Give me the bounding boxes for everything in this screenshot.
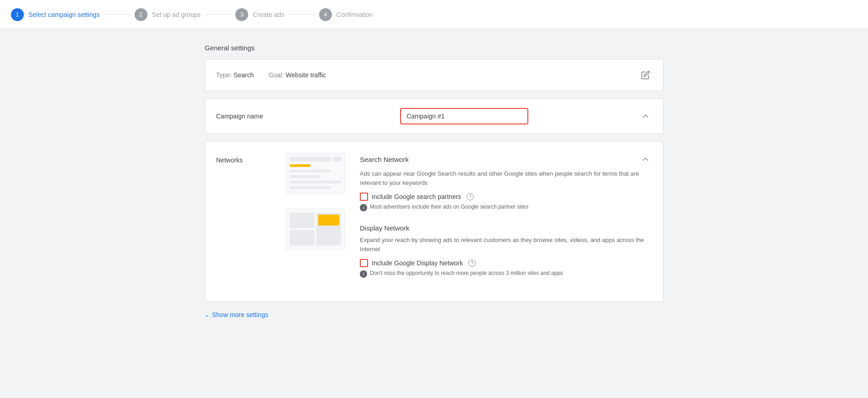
search-partners-help-icon[interactable]: ? [467, 193, 474, 200]
step-4[interactable]: 4 Confirmation [319, 8, 373, 21]
search-network-title: Search Network [360, 156, 409, 163]
networks-label: Networks [216, 153, 271, 164]
display-network-info-row: i Don't miss the opportunity to reach mo… [360, 270, 652, 278]
step-3-circle: 3 [235, 8, 248, 21]
display-info-icon: i [360, 270, 367, 278]
show-more-chevron-icon: ⌄ [205, 312, 209, 318]
campaign-name-input-wrap [400, 108, 528, 124]
connector-1 [103, 14, 131, 15]
step-1-circle: 1 [11, 8, 24, 21]
search-bar-shape [290, 157, 331, 161]
goal-label: Goal: [269, 71, 284, 79]
search-partners-label: Include Google search partners [372, 193, 461, 200]
type-goal-left: Type: Search Goal: Website traffic [216, 71, 326, 79]
search-btn-shape [333, 157, 341, 161]
networks-inner: Networks [205, 142, 663, 301]
display-network-checkbox[interactable] [360, 259, 368, 267]
display-network-name-row: Display Network [360, 224, 652, 232]
campaign-name-collapse-button[interactable] [639, 110, 652, 123]
connector-2 [204, 14, 232, 15]
display-network-help-icon[interactable]: ? [468, 259, 476, 267]
search-network-collapse-button[interactable] [639, 153, 652, 166]
illus-bar-4 [290, 186, 331, 189]
network-details: Search Network Ads can appear near Googl… [360, 153, 652, 290]
networks-card: Networks [205, 141, 663, 302]
step-4-label: Confirmation [336, 11, 373, 18]
goal-item: Goal: Website traffic [269, 71, 326, 79]
campaign-name-card: Campaign name [205, 98, 663, 134]
type-item: Type: Search [216, 71, 254, 79]
show-more-label: Show more settings [212, 311, 268, 318]
campaign-name-row: Campaign name [205, 99, 663, 134]
step-2-circle: 2 [135, 8, 147, 21]
type-goal-card: Type: Search Goal: Website traffic [205, 59, 663, 91]
display-network-info-text: Don't miss the opportunity to reach more… [370, 270, 563, 276]
illus-bar-yellow [290, 164, 310, 167]
search-network-info-text: Most advertisers include their ads on Go… [370, 204, 528, 210]
display-block-2 [316, 213, 341, 246]
display-block-1 [290, 213, 315, 228]
search-partners-checkbox-row: Include Google search partners ? [360, 193, 652, 201]
step-1-label: Select campaign settings [28, 11, 100, 18]
display-network-checkbox-row: Include Google Display Network ? [360, 259, 652, 267]
display-yellow-block [318, 215, 339, 226]
search-network-desc: Ads can appear near Google Search result… [360, 169, 652, 187]
campaign-name-label: Campaign name [216, 113, 289, 120]
illus-bar-1 [290, 170, 331, 172]
display-network-illustration [286, 209, 345, 250]
campaign-name-input[interactable] [400, 108, 528, 124]
search-info-icon: i [360, 204, 367, 211]
step-3[interactable]: 3 Create ads [235, 8, 284, 21]
illus-bar-3 [290, 181, 341, 183]
search-network-name-row: Search Network [360, 153, 652, 166]
display-network-section: Display Network Expand your reach by sho… [360, 224, 652, 278]
step-1[interactable]: 1 Select campaign settings [11, 8, 100, 21]
step-2[interactable]: 2 Set up ad groups [135, 8, 201, 21]
step-3-label: Create ads [253, 11, 284, 18]
type-goal-row: Type: Search Goal: Website traffic [205, 59, 663, 91]
search-partners-checkbox[interactable] [360, 193, 368, 201]
search-network-info-row: i Most advertisers include their ads on … [360, 204, 652, 211]
display-network-label: Include Google Display Network [372, 259, 463, 267]
goal-value: Website traffic [286, 71, 326, 79]
display-block-3 [290, 230, 315, 246]
networks-content: Search Network Ads can appear near Googl… [286, 153, 652, 290]
stepper-bar: 1 Select campaign settings 2 Set up ad g… [0, 0, 868, 29]
search-network-section: Search Network Ads can appear near Googl… [360, 153, 652, 211]
step-4-circle: 4 [319, 8, 332, 21]
edit-type-goal-button[interactable] [639, 69, 652, 81]
search-illus-header [290, 157, 341, 161]
display-network-desc: Expand your reach by showing ads to rele… [360, 236, 652, 253]
network-illustrations [286, 153, 345, 290]
section-title: General settings [205, 44, 663, 52]
show-more-settings-button[interactable]: ⌄ Show more settings [205, 309, 663, 320]
step-2-label: Set up ad groups [152, 11, 201, 18]
connector-3 [288, 14, 315, 15]
main-content: General settings Type: Search Goal: Webs… [194, 29, 674, 335]
search-network-illustration [286, 153, 345, 194]
type-label: Type: [216, 71, 232, 79]
display-network-title: Display Network [360, 224, 409, 232]
type-value: Search [233, 71, 254, 79]
illus-bar-2 [290, 175, 320, 178]
